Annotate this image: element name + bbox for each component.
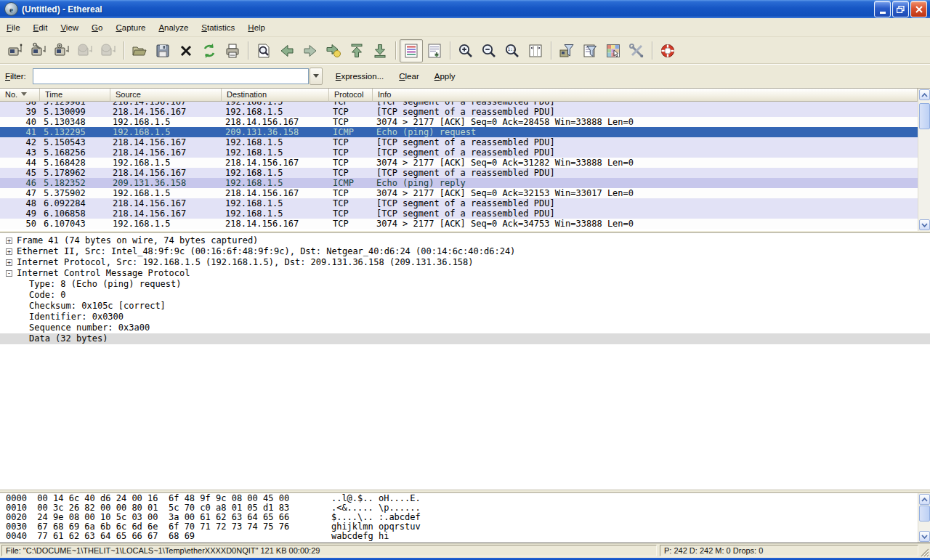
column-header-src[interactable]: Source — [110, 89, 222, 102]
packet-row-40[interactable]: 405.130348192.168.1.5218.14.156.167TCP30… — [0, 117, 918, 127]
column-header-no[interactable]: No. — [0, 89, 40, 102]
packet-row-39[interactable]: 395.130099218.14.156.167192.168.1.5TCP[T… — [0, 107, 918, 117]
filter-expression-button[interactable]: Expression... — [333, 70, 386, 82]
go-back-button[interactable] — [275, 39, 299, 62]
filter-dropdown-button[interactable] — [310, 68, 323, 85]
hex-scrollbar[interactable] — [918, 493, 930, 543]
menu-statistics[interactable]: Statistics — [195, 20, 241, 35]
packet-row-49[interactable]: 496.106858218.14.156.167192.168.1.5TCP[T… — [0, 208, 918, 219]
packet-row-44[interactable]: 445.168428192.168.1.5218.14.156.167TCP30… — [0, 158, 918, 168]
reload-button[interactable] — [198, 39, 221, 62]
svg-text:1:1: 1:1 — [508, 46, 516, 52]
minimize-button[interactable] — [874, 1, 891, 17]
packet-list-scrollbar[interactable] — [918, 89, 930, 231]
scroll-up-button[interactable] — [919, 494, 930, 505]
packet-row-42[interactable]: 425.150543218.14.156.167192.168.1.5TCP[T… — [0, 137, 918, 147]
expand-icon[interactable]: + — [6, 238, 12, 244]
colorize-button[interactable] — [400, 39, 423, 62]
detail-line[interactable]: Type: 8 (Echo (ping) request) — [0, 279, 930, 290]
resize-grip-icon — [919, 547, 929, 557]
forward-icon — [302, 42, 319, 60]
filter-buttons: Expression...ClearApply — [323, 70, 458, 82]
zoom-100-button[interactable]: 1:1 — [501, 39, 524, 62]
packet-row-47[interactable]: 475.375902192.168.1.5218.14.156.167TCP30… — [0, 188, 918, 198]
capture-options-button[interactable] — [27, 39, 50, 62]
close-capture-icon — [177, 42, 195, 60]
packet-row-38[interactable]: 385.129981218.14.156.167192.168.1.5TCP[T… — [0, 102, 918, 107]
hex-line[interactable]: 0040 77 61 62 63 64 65 66 67 68 69 wabcd… — [6, 532, 930, 541]
close-button[interactable] — [910, 1, 927, 17]
open-icon — [131, 42, 148, 60]
menu-edit[interactable]: Edit — [27, 20, 54, 35]
go-forward-button[interactable] — [299, 39, 322, 62]
go-to-packet-button[interactable] — [322, 39, 345, 62]
scroll-down-button[interactable] — [919, 219, 930, 230]
packet-row-41[interactable]: 415.132295192.168.1.5209.131.36.158ICMPE… — [0, 127, 918, 137]
auto-scroll-button[interactable] — [423, 39, 446, 62]
capture-stop-button[interactable] — [73, 39, 97, 62]
detail-line[interactable]: -Internet Control Message Protocol — [0, 268, 930, 279]
menu-capture[interactable]: Capture — [109, 20, 152, 35]
resize-grip[interactable] — [919, 547, 929, 557]
menu-file[interactable]: File — [0, 20, 27, 35]
packet-row-48[interactable]: 486.092284218.14.156.167192.168.1.5TCP[T… — [0, 198, 918, 208]
column-header-time[interactable]: Time — [40, 89, 110, 102]
packet-list-rows: 385.129981218.14.156.167192.168.1.5TCP[T… — [0, 102, 918, 231]
menu-view[interactable]: View — [54, 20, 85, 35]
open-button[interactable] — [128, 39, 151, 62]
zoom-out-button[interactable] — [477, 39, 501, 62]
close-icon — [915, 6, 923, 13]
column-header-info[interactable]: Info — [373, 89, 918, 102]
capture-start-button[interactable] — [50, 39, 73, 62]
go-to-top-button[interactable] — [345, 39, 368, 62]
expand-icon[interactable]: + — [6, 259, 12, 266]
capture-filter-button[interactable] — [555, 39, 578, 62]
column-header-proto[interactable]: Protocol — [329, 89, 373, 102]
menu-go[interactable]: Go — [85, 20, 109, 35]
scroll-up-button[interactable] — [919, 89, 930, 100]
detail-line[interactable]: +Ethernet II, Src: Intel_48:9f:9c (00:16… — [0, 246, 930, 257]
filter-input[interactable] — [33, 68, 309, 84]
detail-line[interactable]: Identifier: 0x0300 — [0, 312, 930, 322]
preferences-button[interactable] — [625, 39, 648, 62]
collapse-icon[interactable]: - — [6, 270, 12, 277]
toolbar-separator — [450, 41, 450, 60]
packet-row-46[interactable]: 465.182352209.131.36.158192.168.1.5ICMPE… — [0, 178, 918, 188]
packet-row-43[interactable]: 435.168256218.14.156.167192.168.1.5TCP[T… — [0, 147, 918, 158]
detail-line[interactable]: Sequence number: 0x3a00 — [0, 322, 930, 333]
scrollbar-thumb[interactable] — [919, 103, 930, 129]
detail-line[interactable]: Checksum: 0x105c [correct] — [0, 301, 930, 312]
display-filter-button[interactable] — [578, 39, 602, 62]
detail-line[interactable]: +Frame 41 (74 bytes on wire, 74 bytes ca… — [0, 235, 930, 246]
zoom-in-button[interactable] — [454, 39, 477, 62]
coloring-rules-button[interactable] — [602, 39, 625, 62]
column-header-dst[interactable]: Destination — [222, 89, 329, 102]
packet-row-45[interactable]: 455.178962218.14.156.167192.168.1.5TCP[T… — [0, 168, 918, 178]
expand-icon[interactable]: + — [6, 248, 12, 255]
detail-line[interactable]: Code: 0 — [0, 290, 930, 301]
save-button[interactable] — [151, 39, 174, 62]
capture-restart-button[interactable] — [97, 39, 120, 62]
detail-line[interactable]: Data (32 bytes) — [0, 333, 930, 344]
zoom-100-icon: 1:1 — [504, 42, 521, 60]
interfaces-button[interactable] — [4, 39, 27, 62]
print-button[interactable] — [221, 39, 244, 62]
go-to-packet-icon — [325, 42, 342, 60]
packet-row-50[interactable]: 506.107043192.168.1.5218.14.156.167TCP30… — [0, 219, 918, 229]
close-capture-button[interactable] — [174, 39, 198, 62]
help-button[interactable] — [656, 39, 679, 62]
scroll-down-icon — [921, 223, 928, 227]
minimize-icon — [880, 12, 886, 14]
menu-analyze[interactable]: Analyze — [152, 20, 195, 35]
menu-help[interactable]: Help — [241, 20, 272, 35]
go-to-bottom-button[interactable] — [368, 39, 392, 62]
restore-button[interactable] — [892, 1, 909, 17]
hex-lines: 0000 00 14 6c 40 d6 24 00 16 6f 48 9f 9c… — [6, 494, 930, 541]
detail-line[interactable]: +Internet Protocol, Src: 192.168.1.5 (19… — [0, 257, 930, 268]
resize-columns-button[interactable] — [524, 39, 547, 62]
filter-clear-button[interactable]: Clear — [397, 70, 421, 82]
filter-apply-button[interactable]: Apply — [432, 70, 458, 82]
scrollbar-thumb[interactable] — [919, 506, 930, 522]
find-button[interactable] — [252, 39, 275, 62]
scroll-down-button[interactable] — [919, 531, 930, 542]
